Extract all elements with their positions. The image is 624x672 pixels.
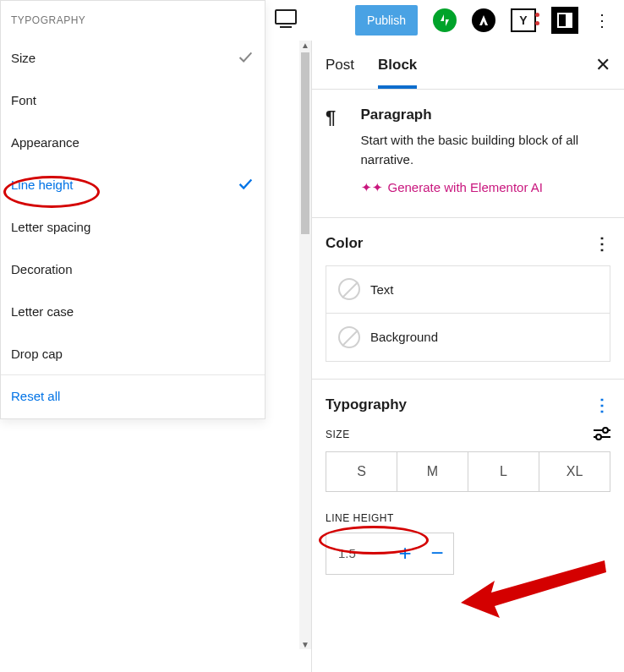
svg-rect-6 <box>566 14 572 27</box>
color-list: Text Background <box>326 265 610 362</box>
sparkle-icon: ✦✦ <box>361 180 383 195</box>
publish-button[interactable]: Publish <box>355 5 418 36</box>
settings-toggle-icon[interactable] <box>551 7 578 34</box>
desktop-preview-icon[interactable] <box>275 9 297 31</box>
block-description: Start with the basic building block of a… <box>361 130 610 170</box>
size-label: Size <box>326 429 350 440</box>
color-text-row[interactable]: Text <box>326 266 610 314</box>
size-m[interactable]: M <box>397 452 468 491</box>
check-icon <box>236 47 255 68</box>
color-background-row[interactable]: Background <box>326 314 610 361</box>
more-menu-icon[interactable]: ⋮ <box>594 10 610 30</box>
yoast-icon[interactable]: Y <box>511 8 536 32</box>
size-xl[interactable]: XL <box>539 452 610 491</box>
tab-post[interactable]: Post <box>326 41 354 89</box>
block-info: ¶ Paragraph Start with the basic buildin… <box>312 90 624 218</box>
typo-option-line-height[interactable]: Line height <box>1 163 265 205</box>
typo-option-font[interactable]: Font <box>1 79 265 121</box>
typo-option-decoration[interactable]: Decoration <box>1 248 265 290</box>
tab-block[interactable]: Block <box>378 41 417 89</box>
typo-option-drop-cap[interactable]: Drop cap <box>1 332 265 374</box>
scroll-down-icon[interactable]: ▼ <box>301 640 309 649</box>
svg-marker-3 <box>446 19 449 26</box>
svg-marker-4 <box>479 15 488 25</box>
paragraph-icon: ¶ <box>326 107 348 195</box>
typo-option-label: Drop cap <box>11 347 63 361</box>
scrollbar[interactable]: ▲ ▼ <box>299 41 311 649</box>
svg-point-10 <box>596 434 601 440</box>
svg-marker-2 <box>441 14 444 21</box>
svg-point-8 <box>603 428 608 433</box>
typo-option-appearance[interactable]: Appearance <box>1 121 265 163</box>
section-title: Color <box>326 235 363 252</box>
size-s[interactable]: S <box>326 452 397 491</box>
scrollbar-thumb[interactable] <box>301 52 309 234</box>
typo-option-label: Size <box>11 51 36 65</box>
typo-option-label: Letter spacing <box>11 220 90 234</box>
settings-sidebar: Post Block ✕ ¶ Paragraph Start with the … <box>311 41 624 672</box>
typo-option-label: Font <box>11 93 36 107</box>
line-height-value: 1.5 <box>326 546 389 560</box>
swatch-empty-icon <box>338 278 360 300</box>
size-segmented: S M L XL <box>326 451 610 492</box>
typography-options-icon[interactable]: ⋮ <box>594 395 610 415</box>
close-sidebar-icon[interactable]: ✕ <box>595 54 610 76</box>
generate-ai-link[interactable]: ✦✦ Generate with Elementor AI <box>361 180 610 195</box>
size-l[interactable]: L <box>468 452 539 491</box>
block-title: Paragraph <box>361 107 610 123</box>
increment-button[interactable]: + <box>389 533 421 574</box>
typography-section: Typography ⋮ Size S M L XL Line Height 1… <box>312 380 624 592</box>
typo-option-letter-spacing[interactable]: Letter spacing <box>1 205 265 248</box>
astra-icon[interactable] <box>472 8 495 32</box>
section-title: Typography <box>326 396 407 413</box>
popover-title: Typography <box>1 1 265 36</box>
color-row-label: Background <box>370 330 438 344</box>
line-height-label: Line Height <box>326 512 610 524</box>
color-section: Color ⋮ Text Background <box>312 218 624 380</box>
typo-option-label: Decoration <box>11 262 73 276</box>
color-row-label: Text <box>370 282 394 297</box>
typography-options-popover: Typography Size Font Appearance Line hei… <box>0 0 265 419</box>
typo-option-label: Appearance <box>11 135 79 150</box>
svg-rect-0 <box>276 10 296 24</box>
line-height-input[interactable]: 1.5 + − <box>326 533 454 575</box>
scroll-up-icon[interactable]: ▲ <box>301 41 309 50</box>
sidebar-tabs: Post Block ✕ <box>312 41 624 90</box>
ai-link-label: Generate with Elementor AI <box>388 180 543 194</box>
jetpack-icon[interactable] <box>433 8 457 32</box>
typo-option-label: Line height <box>11 178 73 192</box>
check-icon <box>236 174 255 195</box>
sliders-icon[interactable] <box>594 427 610 443</box>
reset-all-button[interactable]: Reset all <box>1 375 265 418</box>
decrement-button[interactable]: − <box>421 533 453 574</box>
swatch-empty-icon <box>338 326 360 348</box>
color-options-icon[interactable]: ⋮ <box>594 233 610 254</box>
typo-option-size[interactable]: Size <box>1 36 265 79</box>
typo-option-letter-case[interactable]: Letter case <box>1 290 265 332</box>
typo-option-label: Letter case <box>11 304 74 319</box>
